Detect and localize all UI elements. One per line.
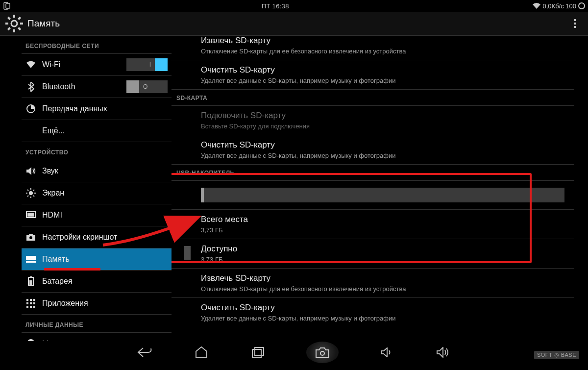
svg-rect-33 — [26, 302, 28, 304]
item-subtitle: 3,73 ГБ — [201, 256, 564, 263]
item-erase-sd-2[interactable]: Очистить SD-карту Удаляет все данные с S… — [172, 135, 574, 165]
item-title: Очистить SD-карту — [201, 140, 564, 150]
svg-rect-24 — [26, 256, 36, 258]
sidebar-item-label: Местоположение — [42, 340, 105, 342]
volume-down-button[interactable] — [378, 344, 395, 361]
sidebar-item-label: Память — [42, 255, 70, 264]
sidebar-item-wifi[interactable]: Wi-Fi I — [22, 54, 172, 76]
item-total-space[interactable]: Всего места 3,73 ГБ — [172, 210, 574, 239]
section-header-sdcard: SD-КАРТА — [172, 90, 574, 106]
camera-icon — [25, 232, 36, 243]
home-button[interactable] — [193, 344, 210, 361]
navigation-bar — [0, 342, 588, 363]
apps-icon — [25, 298, 36, 309]
sidebar-item-sound[interactable]: Звук — [22, 160, 172, 182]
data-usage-icon — [25, 103, 36, 114]
wifi-toggle[interactable]: I — [126, 58, 168, 71]
sidebar-item-label: Батарея — [42, 277, 73, 286]
sidebar-item-label: Bluetooth — [42, 82, 75, 91]
sound-icon — [25, 166, 36, 176]
back-button[interactable] — [136, 344, 153, 361]
sidebar-item-label: HDMI — [42, 211, 62, 220]
svg-rect-8 — [7, 27, 11, 30]
sidebar-item-bluetooth[interactable]: Bluetooth O — [22, 76, 172, 98]
section-header-personal: ЛИЧНЫЕ ДАННЫЕ — [22, 315, 172, 333]
svg-line-18 — [33, 196, 34, 197]
sidebar-item-apps[interactable]: Приложения — [22, 293, 172, 315]
sidebar-item-label: Звук — [42, 167, 58, 175]
svg-rect-41 — [255, 347, 264, 355]
item-subtitle: Отключение SD-карты для ее безопасного и… — [201, 48, 564, 55]
storage-icon — [25, 254, 36, 265]
recent-apps-button[interactable] — [249, 344, 267, 361]
svg-rect-29 — [29, 280, 32, 285]
svg-rect-22 — [27, 213, 34, 217]
item-title: Извлечь SD-карту — [201, 273, 564, 283]
item-eject-sd[interactable]: Извлечь SD-карту Отключение SD-карты для… — [172, 36, 574, 60]
bluetooth-toggle[interactable]: O — [126, 80, 168, 93]
orientation-icon — [3, 2, 18, 10]
svg-rect-38 — [33, 306, 35, 308]
usb-storage-bar[interactable] — [172, 181, 574, 210]
svg-rect-40 — [252, 349, 261, 357]
sidebar-item-screenshot[interactable]: Настройки скриншот — [22, 226, 172, 248]
item-title: Всего места — [201, 215, 564, 224]
item-subtitle: Удаляет все данные с SD-карты, например … — [201, 152, 564, 159]
item-title: Очистить SD-карту — [201, 65, 564, 75]
svg-rect-34 — [30, 302, 32, 304]
item-available[interactable]: Доступно 3,73 ГБ — [172, 239, 574, 269]
svg-rect-31 — [30, 299, 32, 301]
svg-line-20 — [27, 196, 28, 197]
status-right-text: 0,0Кб/с 100 — [542, 2, 576, 10]
item-title: Очистить SD-карту — [201, 303, 564, 313]
section-header-wireless: БЕСПРОВОДНЫЕ СЕТИ — [22, 36, 172, 54]
svg-rect-3 — [13, 15, 15, 18]
svg-rect-4 — [13, 29, 15, 32]
svg-rect-37 — [30, 306, 32, 308]
status-bar: ПТ 16:38 0,0Кб/с 100 — [0, 0, 588, 12]
svg-line-19 — [33, 190, 34, 191]
item-title: Доступно — [201, 244, 564, 254]
svg-rect-9 — [7, 16, 11, 20]
status-time: ПТ 16:38 — [18, 2, 533, 10]
sidebar-item-storage[interactable]: Память — [22, 248, 172, 271]
sidebar-item-data-usage[interactable]: Передача данных — [22, 98, 172, 120]
settings-sidebar: БЕСПРОВОДНЫЕ СЕТИ Wi-Fi I Bluetooth O Пе… — [0, 36, 172, 341]
overflow-menu-button[interactable] — [567, 19, 583, 28]
item-subtitle: Удаляет все данные с SD-карты, например … — [201, 77, 564, 84]
annotation-underline — [44, 268, 100, 271]
svg-rect-30 — [26, 299, 28, 301]
sidebar-item-more[interactable]: Ещё... — [22, 120, 172, 142]
status-right: 0,0Кб/с 100 — [533, 2, 585, 10]
wifi-icon — [533, 3, 540, 9]
brightness-icon — [25, 188, 36, 198]
svg-rect-5 — [5, 23, 8, 25]
sidebar-item-label: Экран — [42, 189, 64, 197]
svg-rect-25 — [26, 258, 36, 260]
wifi-icon — [25, 59, 36, 70]
item-eject-sd-3[interactable]: Извлечь SD-карту Отключение SD-карты для… — [172, 269, 574, 298]
sidebar-item-label: Настройки скриншот — [42, 233, 117, 242]
svg-rect-1 — [6, 3, 10, 8]
item-erase-sd-3[interactable]: Очистить SD-карту Удаляет все данные с S… — [172, 298, 574, 327]
section-header-device: УСТРОЙСТВО — [22, 142, 172, 160]
item-mount-sd: Подключить SD-карту Вставьте SD-карту дл… — [172, 106, 574, 135]
sidebar-item-display[interactable]: Экран — [22, 182, 172, 204]
sidebar-item-battery[interactable]: Батарея — [22, 271, 172, 293]
screenshot-button[interactable] — [306, 342, 339, 363]
settings-content[interactable]: Извлечь SD-карту Отключение SD-карты для… — [172, 36, 588, 341]
svg-rect-36 — [26, 306, 28, 308]
monitor-icon — [25, 210, 36, 221]
svg-rect-32 — [33, 299, 35, 301]
volume-up-button[interactable] — [435, 344, 452, 361]
svg-rect-6 — [20, 23, 23, 25]
item-subtitle: Удаляет все данные с SD-карты, например … — [201, 315, 564, 322]
item-title: Извлечь SD-карту — [201, 36, 564, 46]
sidebar-item-label: Ещё... — [42, 126, 65, 135]
sidebar-item-location[interactable]: Местоположение — [22, 333, 172, 341]
watermark: SOFT ◎ BASE — [534, 351, 579, 359]
svg-point-12 — [29, 191, 33, 195]
item-erase-sd[interactable]: Очистить SD-карту Удаляет все данные с S… — [172, 60, 574, 90]
sidebar-item-hdmi[interactable]: HDMI — [22, 204, 172, 226]
item-subtitle: Отключение SD-карты для ее безопасного и… — [201, 285, 564, 293]
